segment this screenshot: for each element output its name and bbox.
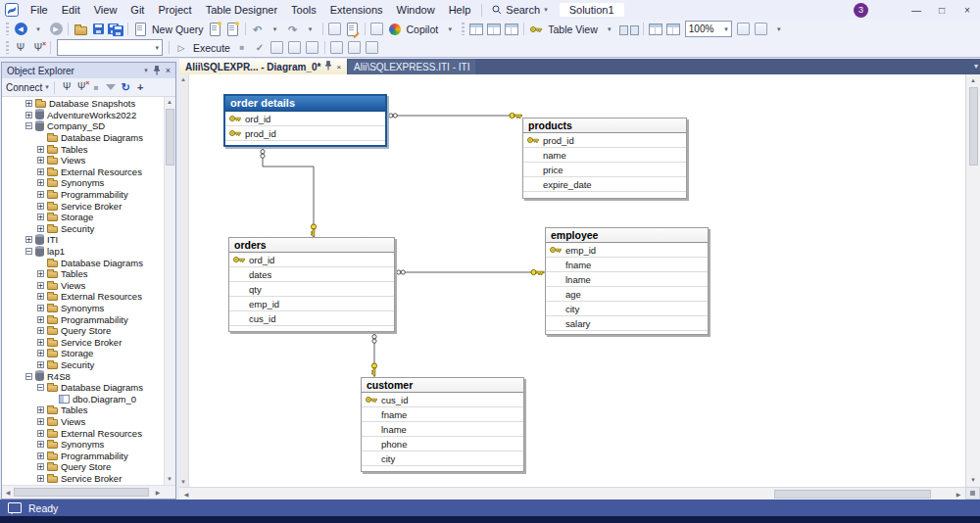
canvas-horizontal-scrollbar[interactable]: ◀ ▶ [179, 487, 965, 499]
tree-item-tables[interactable]: +Tables [2, 268, 165, 280]
oe-scroll-down-icon[interactable]: ▼ [165, 475, 174, 484]
tree-expander-icon[interactable]: + [37, 463, 44, 470]
change-connection-icon[interactable]: Ψ [13, 40, 28, 56]
relationships-icon[interactable] [619, 22, 639, 37]
canvas-vertical-scrollbar[interactable]: ▲ ▼ [965, 74, 980, 487]
menu-extensions[interactable]: Extensions [323, 3, 390, 17]
tree-expander-icon[interactable]: − [25, 248, 32, 255]
table-column-prod_id[interactable]: prod_id [225, 126, 385, 141]
menu-window[interactable]: Window [390, 3, 442, 17]
tree-item-storage[interactable]: +Storage [2, 348, 165, 359]
tree-item-company-sd[interactable]: −Company_SD [2, 120, 165, 132]
results-to-text-icon[interactable] [347, 40, 363, 56]
tree-item-database-diagrams[interactable]: Database Diagrams [2, 257, 165, 268]
tree-item-security[interactable]: +Security [2, 359, 165, 371]
oe-filter-icon[interactable] [104, 80, 119, 94]
include-actual-plan-icon[interactable] [305, 40, 320, 56]
table-column-expire_date[interactable]: expire_date [523, 177, 686, 192]
tree-item-service-broker[interactable]: +Service Broker [2, 200, 165, 212]
table-column-ord_id[interactable]: ord_id [225, 112, 385, 126]
tree-expander-icon[interactable]: + [37, 361, 44, 368]
tree-item-external-resources[interactable]: +External Resources [2, 166, 165, 178]
tree-item-views[interactable]: +Views [2, 280, 165, 292]
comment-out-icon[interactable] [365, 40, 380, 56]
table-view-label[interactable]: Table View [548, 24, 598, 35]
canvas-scroll-left-icon[interactable]: ◀ [182, 491, 190, 499]
connect-button[interactable]: Connect▾ [6, 82, 49, 93]
oe-scroll-up-icon[interactable]: ▲ [165, 98, 174, 107]
tree-item-adventureworks2022[interactable]: +AdventureWorks2022 [2, 110, 165, 121]
tree-expander-icon[interactable]: + [37, 418, 44, 425]
oe-hscroll-thumb[interactable] [14, 488, 149, 497]
tree-item-views[interactable]: +Views [2, 416, 165, 428]
tree-item-programmability[interactable]: +Programmability [2, 450, 165, 461]
tree-item-iti[interactable]: +ITI [2, 234, 165, 246]
tree-item-security[interactable]: +Security [2, 223, 165, 235]
open-query-icon[interactable] [208, 22, 223, 37]
panel-close-icon[interactable]: × [166, 66, 171, 75]
menu-git[interactable]: Git [123, 3, 151, 17]
diagram-table-order-details[interactable]: order detailsord_idprod_id [223, 94, 387, 147]
table-column-city[interactable]: city [546, 302, 708, 316]
tab-pin-icon[interactable] [324, 61, 332, 72]
new-query-icon[interactable] [132, 22, 148, 37]
search-box[interactable]: Search ▾ [486, 3, 553, 17]
tree-expander-icon[interactable]: + [25, 100, 32, 107]
oe-refresh-icon[interactable]: ↻ [119, 80, 133, 94]
oe-vertical-scrollbar[interactable]: ▲ ▼ [164, 97, 175, 485]
tree-item-tables[interactable]: +Tables [2, 143, 165, 155]
tree-expander-icon[interactable]: + [37, 146, 44, 153]
table-column-name[interactable]: name [523, 148, 686, 163]
tree-expander-icon[interactable]: + [37, 214, 44, 220]
tree-item-database-diagrams[interactable]: Database Diagrams [2, 132, 165, 144]
tree-item-views[interactable]: +Views [2, 155, 165, 166]
tree-expander-icon[interactable]: − [37, 384, 44, 391]
table-title[interactable]: orders [229, 238, 394, 253]
tab-close-icon[interactable]: × [336, 63, 341, 71]
table-column-qty[interactable]: qty [229, 282, 394, 297]
save-all-icon[interactable] [108, 22, 123, 37]
tree-expander-icon[interactable]: + [37, 179, 44, 186]
view-page-breaks-icon[interactable] [665, 22, 681, 37]
table-column-prod_id[interactable]: prod_id [523, 133, 686, 148]
autosize-tables-icon[interactable] [754, 22, 769, 37]
table-column-fname[interactable]: fname [362, 407, 523, 422]
table-column-salary[interactable]: salary [546, 316, 708, 331]
tree-item-database-diagrams[interactable]: −Database Diagrams [2, 382, 165, 394]
execute-label[interactable]: Execute [193, 42, 230, 54]
database-engine-query-icon[interactable] [225, 22, 241, 37]
tree-expander-icon[interactable]: − [25, 373, 32, 380]
save-icon[interactable] [90, 22, 106, 37]
table-column-emp_id[interactable]: emp_id [546, 243, 708, 258]
tree-expander-icon[interactable]: + [25, 236, 32, 243]
redo-icon[interactable]: ↷ [285, 22, 301, 37]
copilot-caret-icon[interactable]: ▾ [442, 22, 458, 37]
add-table-icon[interactable] [486, 22, 502, 37]
back-caret-icon[interactable]: ▾ [30, 22, 46, 37]
menu-edit[interactable]: Edit [55, 3, 87, 17]
table-column-fname[interactable]: fname [546, 258, 708, 272]
toolbar-grip[interactable] [462, 23, 465, 35]
diagram-table-products[interactable]: productsprod_idnamepriceexpire_date [522, 118, 687, 199]
tree-expander-icon[interactable]: + [37, 430, 44, 437]
show-relationship-labels-icon[interactable] [648, 22, 663, 37]
oe-horizontal-scrollbar[interactable]: ◀ ▶ [2, 485, 175, 499]
tree-expander-icon[interactable]: + [25, 112, 32, 119]
window-position-caret-icon[interactable]: ▾ [144, 67, 148, 74]
table-column-lname[interactable]: lname [546, 272, 708, 287]
menu-tools[interactable]: Tools [284, 3, 323, 17]
object-explorer-header[interactable]: Object Explorer ▾ × [2, 63, 175, 78]
tree-item-synonyms[interactable]: +Synonyms [2, 303, 165, 314]
tree-item-database-snapshots[interactable]: +Database Snapshots [2, 98, 165, 110]
set-primary-key-icon[interactable] [528, 22, 544, 37]
tree-item-query-store[interactable]: +Query Store [2, 325, 165, 337]
menu-view[interactable]: View [87, 3, 124, 17]
oe-scroll-right-icon[interactable]: ▶ [154, 489, 162, 498]
canvas-vscroll-thumb[interactable] [969, 87, 978, 166]
tree-expander-icon[interactable]: + [37, 327, 44, 334]
canvas-scroll-down-icon[interactable]: ▼ [968, 476, 978, 485]
tree-item-external-resources[interactable]: +External Resources [2, 291, 165, 303]
menu-file[interactable]: File [24, 3, 55, 17]
new-table-icon[interactable] [468, 22, 484, 37]
tree-item-external-resources[interactable]: +External Resources [2, 427, 165, 439]
